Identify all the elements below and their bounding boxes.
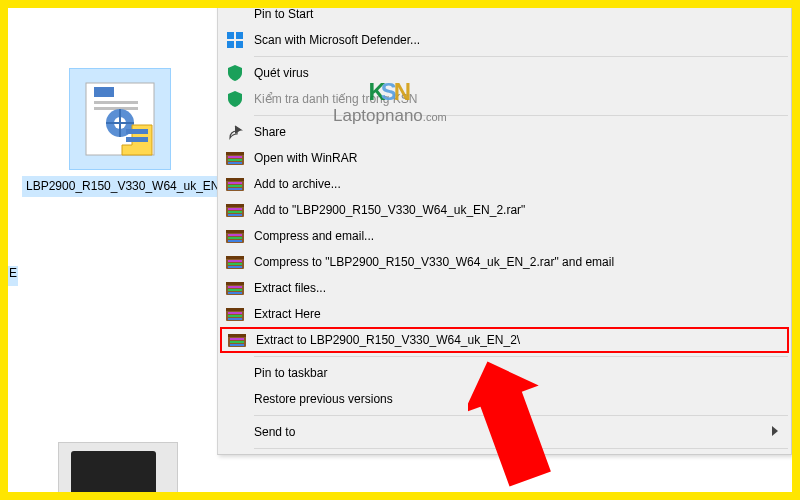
menu-send-to[interactable]: Send to: [220, 419, 789, 445]
menu-scan-defender[interactable]: Scan with Microsoft Defender...: [220, 27, 789, 53]
share-icon: [224, 122, 246, 142]
svg-rect-50: [230, 341, 244, 343]
svg-rect-49: [230, 338, 244, 340]
menu-check-reputation[interactable]: Kiểm tra danh tiếng trong KSN: [220, 86, 789, 112]
shield-green-icon: [224, 89, 246, 109]
menu-extract-here[interactable]: Extract Here: [220, 301, 789, 327]
menu-label: Compress and email...: [254, 229, 781, 243]
winrar-icon: [226, 330, 248, 350]
file-item-selected[interactable]: LBP2900_R150_V330_W64_uk_EN_2: [22, 68, 217, 197]
svg-rect-31: [228, 240, 242, 242]
svg-rect-45: [228, 315, 242, 317]
svg-rect-48: [228, 334, 246, 337]
winrar-icon: [224, 304, 246, 324]
svg-rect-34: [228, 260, 242, 262]
svg-rect-38: [226, 282, 244, 285]
menu-label: Extract to LBP2900_R150_V330_W64_uk_EN_2…: [256, 333, 779, 347]
svg-rect-51: [230, 344, 244, 346]
svg-rect-35: [228, 263, 242, 265]
winrar-icon: [224, 174, 246, 194]
menu-extract-files[interactable]: Extract files...: [220, 275, 789, 301]
svg-rect-28: [226, 230, 244, 233]
menu-separator: [254, 448, 788, 449]
menu-scan-virus[interactable]: Quét virus: [220, 60, 789, 86]
menu-open-winrar[interactable]: Open with WinRAR: [220, 145, 789, 171]
menu-label: Quét virus: [254, 66, 781, 80]
menu-label: Pin to Start: [254, 7, 781, 21]
blank-icon: [224, 389, 246, 409]
blank-icon: [224, 422, 246, 442]
svg-rect-44: [228, 312, 242, 314]
svg-rect-33: [226, 256, 244, 259]
file-label: LBP2900_R150_V330_W64_uk_EN_2: [22, 176, 237, 197]
svg-rect-30: [228, 237, 242, 239]
svg-rect-36: [228, 266, 242, 268]
menu-separator: [254, 415, 788, 416]
menu-share[interactable]: Share: [220, 119, 789, 145]
svg-rect-21: [228, 188, 242, 190]
menu-label: Extract files...: [254, 281, 781, 295]
menu-compress-named-email[interactable]: Compress to "LBP2900_R150_V330_W64_uk_EN…: [220, 249, 789, 275]
menu-compress-email[interactable]: Compress and email...: [220, 223, 789, 249]
svg-rect-26: [228, 214, 242, 216]
svg-rect-40: [228, 289, 242, 291]
menu-label: Kiểm tra danh tiếng trong KSN: [254, 92, 781, 106]
svg-rect-8: [227, 32, 234, 39]
menu-restore-versions[interactable]: Restore previous versions: [220, 386, 789, 412]
svg-rect-41: [228, 292, 242, 294]
svg-rect-1: [94, 87, 114, 97]
winrar-icon: [224, 200, 246, 220]
context-menu: Pin to Start Scan with Microsoft Defende…: [217, 0, 792, 455]
menu-label: Compress to "LBP2900_R150_V330_W64_uk_EN…: [254, 255, 781, 269]
svg-rect-18: [226, 178, 244, 181]
menu-label: Restore previous versions: [254, 392, 781, 406]
menu-extract-to-folder[interactable]: Extract to LBP2900_R150_V330_W64_uk_EN_2…: [220, 327, 789, 353]
svg-rect-9: [236, 32, 243, 39]
svg-rect-19: [228, 182, 242, 184]
svg-rect-39: [228, 286, 242, 288]
menu-separator: [254, 56, 788, 57]
svg-rect-7: [126, 137, 148, 142]
defender-icon: [224, 30, 246, 50]
svg-rect-43: [226, 308, 244, 311]
winrar-icon: [224, 278, 246, 298]
svg-rect-13: [226, 152, 244, 155]
menu-separator: [254, 115, 788, 116]
svg-rect-16: [228, 162, 242, 164]
svg-rect-25: [228, 211, 242, 213]
winrar-icon: [224, 226, 246, 246]
menu-label: Send to: [254, 425, 771, 439]
menu-pin-taskbar[interactable]: Pin to taskbar: [220, 360, 789, 386]
menu-pin-to-start[interactable]: Pin to Start: [220, 1, 789, 27]
svg-rect-20: [228, 185, 242, 187]
menu-add-archive[interactable]: Add to archive...: [220, 171, 789, 197]
menu-label: Pin to taskbar: [254, 366, 781, 380]
svg-rect-10: [227, 41, 234, 48]
menu-label: Share: [254, 125, 781, 139]
adjacent-file-fragment: E: [8, 266, 18, 286]
svg-rect-24: [228, 208, 242, 210]
desktop-area: E LBP2900_R150_V330_W64_uk_EN_2: [8, 8, 792, 492]
svg-rect-46: [228, 318, 242, 320]
menu-label: Open with WinRAR: [254, 151, 781, 165]
svg-rect-14: [228, 156, 242, 158]
winrar-icon: [224, 252, 246, 272]
archive-file-icon: [74, 73, 166, 165]
shield-green-icon: [224, 63, 246, 83]
menu-label: Add to "LBP2900_R150_V330_W64_uk_EN_2.ra…: [254, 203, 781, 217]
svg-rect-15: [228, 159, 242, 161]
svg-rect-3: [94, 107, 138, 110]
thumbnail-below: [58, 442, 178, 500]
svg-rect-2: [94, 101, 138, 104]
menu-label: Extract Here: [254, 307, 781, 321]
winrar-icon: [224, 148, 246, 168]
menu-label: Scan with Microsoft Defender...: [254, 33, 781, 47]
blank-icon: [224, 363, 246, 383]
svg-rect-23: [226, 204, 244, 207]
submenu-arrow-icon: [771, 425, 781, 439]
svg-rect-11: [236, 41, 243, 48]
menu-label: Add to archive...: [254, 177, 781, 191]
pin-icon: [224, 4, 246, 24]
menu-separator: [254, 356, 788, 357]
menu-add-to-named-rar[interactable]: Add to "LBP2900_R150_V330_W64_uk_EN_2.ra…: [220, 197, 789, 223]
